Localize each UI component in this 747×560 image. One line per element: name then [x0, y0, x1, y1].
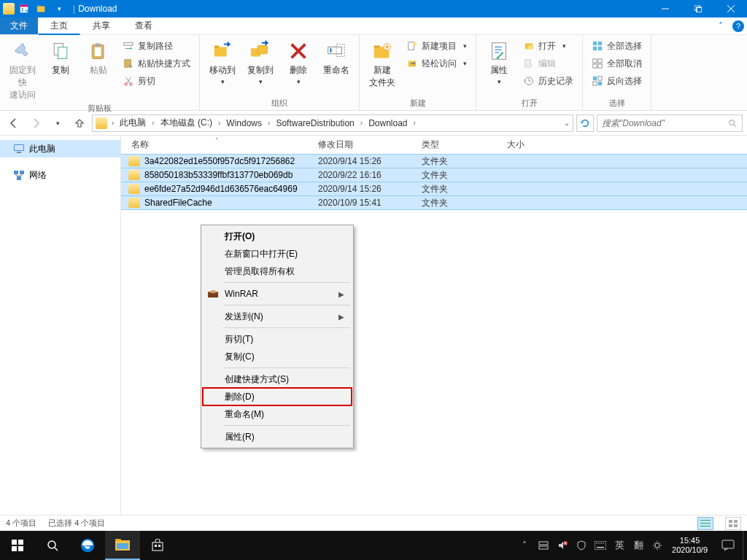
column-date[interactable]: 修改日期 — [312, 139, 416, 151]
qat-newfolder-icon[interactable] — [34, 1, 50, 16]
tab-file[interactable]: 文件 — [0, 18, 38, 34]
qat-properties-icon[interactable] — [16, 1, 32, 16]
select-all-button[interactable]: 全部选择 — [589, 38, 645, 54]
copy-button[interactable]: 复制 — [44, 38, 77, 77]
menu-rename[interactable]: 重命名(M) — [203, 405, 352, 423]
svg-rect-64 — [700, 526, 711, 526]
help-button[interactable]: ? — [729, 18, 747, 34]
paste-shortcut-button[interactable]: 粘贴快捷方式 — [120, 55, 193, 71]
breadcrumb-chevron[interactable]: › — [110, 119, 115, 127]
view-details-button[interactable] — [697, 517, 713, 530]
taskbar-search-button[interactable] — [35, 531, 70, 560]
delete-button[interactable]: 删除▾ — [282, 38, 315, 85]
up-button[interactable] — [70, 114, 89, 133]
svg-rect-25 — [258, 46, 267, 54]
breadcrumb-segment[interactable]: Windows — [223, 118, 265, 128]
menu-winrar[interactable]: WinRAR▶ — [203, 285, 352, 303]
history-button[interactable]: 历史记录 — [520, 73, 576, 89]
ribbon-collapse-button[interactable]: ˄ — [712, 18, 729, 34]
easy-access-button[interactable]: 轻松访问▾ — [403, 55, 470, 71]
tab-view[interactable]: 查看 — [123, 18, 165, 34]
column-size[interactable]: 大小 — [501, 139, 560, 151]
copy-path-button[interactable]: 复制路径 — [120, 38, 193, 54]
table-row[interactable]: 858050183b53339ffbf313770eb069db2020/9/2… — [121, 168, 747, 182]
menu-cut[interactable]: 剪切(T) — [203, 330, 352, 348]
paste-button[interactable]: 粘贴 — [82, 38, 115, 77]
show-desktop-button[interactable] — [743, 531, 747, 560]
tray-keyboard-icon[interactable] — [595, 540, 606, 551]
breadcrumb-segment[interactable]: 本地磁盘 (C:) — [158, 117, 215, 129]
action-center-button[interactable] — [713, 531, 743, 560]
table-row[interactable]: 3a422082ed1e550f957dc5f9172568622020/9/1… — [121, 154, 747, 168]
breadcrumb-segment[interactable]: SoftwareDistribution — [273, 118, 357, 128]
tray-defender-icon[interactable] — [576, 540, 587, 551]
breadcrumb-segment[interactable]: 此电脑 — [117, 117, 149, 129]
new-item-button[interactable]: 新建项目▾ — [403, 38, 470, 54]
tab-home[interactable]: 主页 — [38, 18, 80, 35]
select-none-button[interactable]: 全部取消 — [589, 55, 645, 71]
svg-rect-2 — [22, 8, 24, 9]
minimize-button[interactable] — [649, 0, 681, 18]
taskbar-store-icon[interactable] — [140, 531, 175, 560]
file-date: 2020/9/22 16:16 — [312, 170, 416, 180]
recent-dropdown[interactable]: ▾ — [48, 114, 67, 133]
copy-to-button[interactable]: 复制到▾ — [244, 38, 277, 85]
tray-volume-icon[interactable] — [557, 540, 568, 551]
column-headers: ˄名称 修改日期 类型 大小 — [121, 136, 747, 155]
menu-properties[interactable]: 属性(R) — [203, 428, 352, 446]
menu-take-ownership[interactable]: 管理员取得所有权 — [203, 262, 352, 280]
column-name[interactable]: ˄名称 — [121, 139, 312, 151]
tray-ime-tool-icon[interactable] — [651, 540, 663, 551]
menu-open-new-window[interactable]: 在新窗口中打开(E) — [203, 245, 352, 262]
taskbar-clock[interactable]: 15:45 2020/10/9 — [666, 536, 713, 555]
invert-selection-button[interactable]: 反向选择 — [589, 73, 645, 89]
address-dropdown[interactable]: ⌄ — [562, 119, 571, 127]
svg-rect-14 — [58, 47, 67, 59]
sidebar-item-thispc[interactable]: 此电脑 — [0, 140, 120, 158]
maximize-button[interactable] — [681, 0, 714, 18]
menu-open[interactable]: 打开(O) — [203, 228, 352, 245]
menu-send-to[interactable]: 发送到(N)▶ — [203, 308, 352, 325]
rename-button[interactable]: 重命名 — [320, 38, 353, 77]
address-bar[interactable]: › 此电脑› 本地磁盘 (C:)› Windows› SoftwareDistr… — [92, 114, 573, 132]
table-row[interactable]: ee6fde27a52d946d1d636576eac649692020/9/1… — [121, 182, 747, 196]
view-large-icons-button[interactable] — [725, 517, 741, 530]
tab-share[interactable]: 共享 — [80, 18, 123, 34]
svg-rect-1 — [20, 5, 28, 7]
table-row[interactable]: SharedFileCache2020/10/9 15:41文件夹 — [121, 195, 747, 210]
close-button[interactable] — [714, 0, 747, 18]
taskbar-explorer-icon[interactable] — [105, 531, 140, 560]
search-box[interactable] — [597, 114, 743, 132]
start-button[interactable] — [0, 531, 35, 560]
menu-create-shortcut[interactable]: 创建快捷方式(S) — [203, 370, 352, 388]
svg-rect-3 — [22, 9, 24, 10]
sidebar-item-network[interactable]: 网络 — [0, 166, 120, 184]
qat-dropdown-icon[interactable]: ▾ — [51, 1, 67, 16]
menu-delete[interactable]: 删除(D) — [203, 388, 352, 405]
tray-ime-lang[interactable]: 英 — [614, 540, 625, 551]
svg-rect-57 — [20, 171, 24, 174]
svg-rect-78 — [152, 542, 163, 551]
move-to-button[interactable]: 移动到▾ — [206, 38, 239, 85]
menu-copy[interactable]: 复制(C) — [203, 348, 352, 365]
svg-rect-18 — [124, 43, 133, 46]
navigation-bar: ▾ › 此电脑› 本地磁盘 (C:)› Windows› SoftwareDis… — [0, 111, 747, 136]
tray-network-icon[interactable] — [538, 540, 549, 551]
back-button[interactable] — [4, 114, 23, 133]
new-folder-button[interactable]: 新建 文件夹 — [365, 38, 399, 89]
ribbon-group-organize: 组织 — [206, 96, 353, 109]
tray-ime-mode[interactable]: 翻 — [632, 540, 644, 551]
tray-chevron-up-icon[interactable]: ˄ — [519, 540, 530, 551]
refresh-button[interactable] — [576, 114, 594, 132]
svg-rect-81 — [539, 546, 548, 549]
pin-quickaccess-button[interactable]: 固定到快 速访问 — [6, 38, 39, 101]
open-button[interactable]: 打开▾ — [520, 38, 576, 54]
properties-button[interactable]: 属性▾ — [482, 38, 516, 85]
search-input[interactable] — [602, 118, 724, 128]
cut-button[interactable]: 剪切 — [120, 73, 193, 89]
edit-button[interactable]: 编辑 — [520, 55, 576, 71]
breadcrumb-segment[interactable]: Download — [365, 118, 410, 128]
column-type[interactable]: 类型 — [416, 139, 501, 151]
taskbar-edge-icon[interactable] — [70, 531, 105, 560]
forward-button[interactable] — [26, 114, 45, 133]
